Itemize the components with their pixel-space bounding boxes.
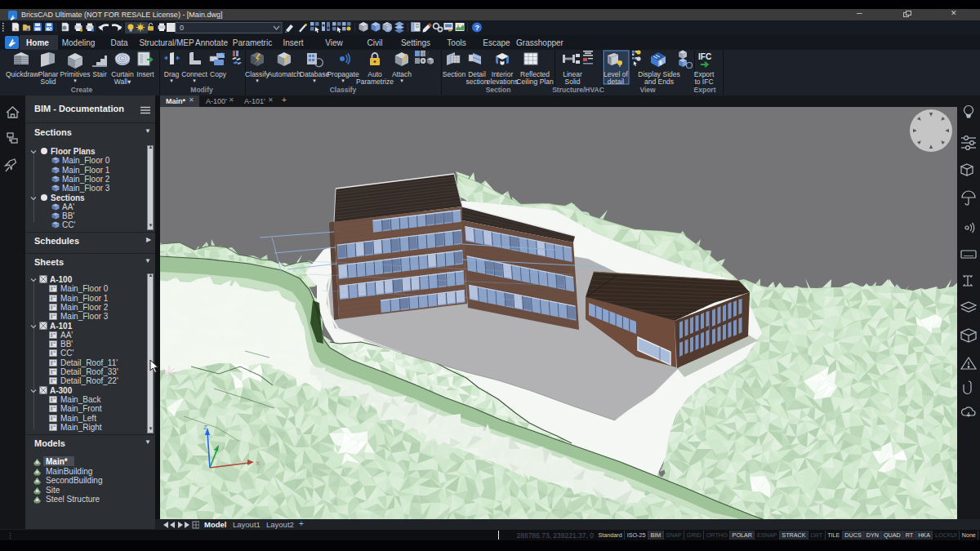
svg-text:?: ? bbox=[475, 24, 480, 32]
svg-text:X: X bbox=[256, 460, 261, 467]
svg-text:Z: Z bbox=[203, 424, 207, 431]
svg-text:0: 0 bbox=[180, 24, 184, 32]
svg-text:IFC: IFC bbox=[698, 52, 711, 61]
